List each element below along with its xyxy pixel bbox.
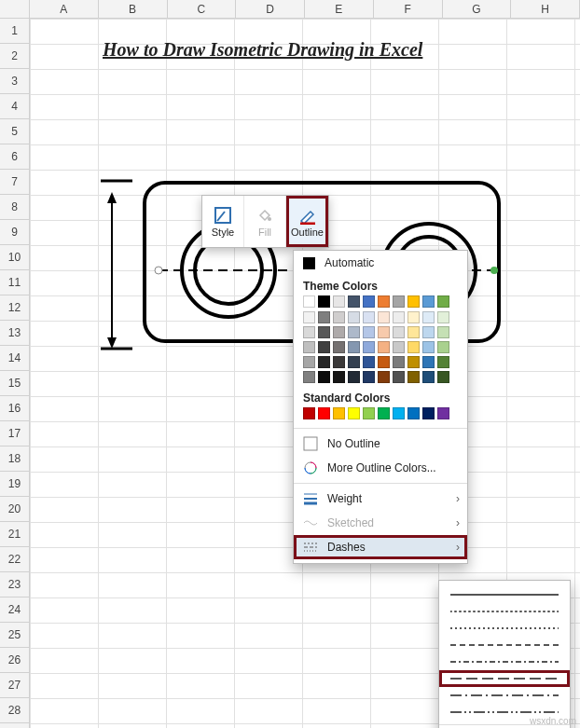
color-swatch[interactable]	[437, 341, 449, 353]
color-swatch[interactable]	[407, 341, 420, 353]
color-swatch[interactable]	[363, 326, 375, 338]
color-swatch[interactable]	[393, 371, 405, 383]
row-header[interactable]: 5	[0, 119, 29, 144]
row-header[interactable]: 24	[0, 598, 29, 623]
color-swatch[interactable]	[422, 407, 435, 419]
color-swatch[interactable]	[393, 295, 405, 308]
row-header[interactable]: 27	[0, 673, 29, 698]
col-header[interactable]: C	[168, 0, 237, 18]
color-swatch[interactable]	[318, 341, 330, 353]
row-header[interactable]: 28	[0, 698, 29, 723]
row-header[interactable]: 7	[0, 170, 29, 195]
color-swatch[interactable]	[318, 326, 330, 338]
sketched-item[interactable]: Sketched ›	[294, 511, 467, 535]
color-swatch[interactable]	[378, 407, 390, 419]
color-swatch[interactable]	[437, 407, 449, 419]
color-swatch[interactable]	[363, 341, 375, 353]
row-header[interactable]: 17	[0, 421, 29, 446]
row-header[interactable]: 2	[0, 44, 29, 69]
color-swatch[interactable]	[348, 295, 360, 308]
color-swatch[interactable]	[407, 326, 420, 338]
color-swatch[interactable]	[318, 311, 330, 323]
color-swatch[interactable]	[437, 295, 449, 308]
row-header[interactable]: 1	[0, 19, 29, 44]
color-swatch[interactable]	[303, 326, 315, 338]
color-swatch[interactable]	[437, 371, 449, 383]
dash-solid[interactable]	[439, 586, 570, 603]
dash-square-dot[interactable]	[439, 620, 570, 637]
more-outline-colors-item[interactable]: More Outline Colors...	[294, 456, 467, 480]
color-swatch[interactable]	[393, 356, 405, 368]
dash-long-dash-dot[interactable]	[439, 687, 570, 704]
color-swatch[interactable]	[407, 371, 420, 383]
row-header[interactable]: 20	[0, 497, 29, 522]
color-swatch[interactable]	[407, 311, 420, 323]
color-swatch[interactable]	[303, 407, 315, 419]
color-swatch[interactable]	[318, 407, 330, 419]
color-swatch[interactable]	[393, 407, 405, 419]
color-swatch[interactable]	[378, 371, 390, 383]
color-swatch[interactable]	[437, 356, 449, 368]
color-swatch[interactable]	[348, 311, 360, 323]
color-swatch[interactable]	[378, 341, 390, 353]
weight-item[interactable]: Weight ›	[294, 487, 467, 511]
color-swatch[interactable]	[333, 295, 345, 308]
color-swatch[interactable]	[318, 356, 330, 368]
no-outline-item[interactable]: No Outline	[294, 432, 467, 456]
color-swatch[interactable]	[333, 311, 345, 323]
col-header[interactable]: E	[305, 0, 374, 18]
color-swatch[interactable]	[303, 356, 315, 368]
color-swatch[interactable]	[348, 371, 360, 383]
color-swatch[interactable]	[303, 311, 315, 323]
row-header[interactable]: 22	[0, 547, 29, 572]
color-swatch[interactable]	[363, 311, 375, 323]
color-swatch[interactable]	[333, 407, 345, 419]
color-swatch[interactable]	[407, 407, 420, 419]
color-swatch[interactable]	[437, 326, 449, 338]
color-swatch[interactable]	[407, 356, 420, 368]
color-swatch[interactable]	[422, 326, 435, 338]
color-swatch[interactable]	[363, 295, 375, 308]
color-swatch[interactable]	[422, 371, 435, 383]
row-header[interactable]: 4	[0, 94, 29, 119]
color-swatch[interactable]	[363, 407, 375, 419]
dash-round-dot[interactable]	[439, 603, 570, 620]
color-swatch[interactable]	[303, 371, 315, 383]
color-swatch[interactable]	[378, 356, 390, 368]
color-swatch[interactable]	[348, 341, 360, 353]
automatic-color-item[interactable]: Automatic	[294, 251, 467, 275]
row-header[interactable]: 6	[0, 144, 29, 170]
row-header[interactable]: 23	[0, 572, 29, 598]
select-all-corner[interactable]	[0, 0, 30, 18]
row-header[interactable]: 9	[0, 220, 29, 245]
color-swatch[interactable]	[333, 356, 345, 368]
col-header[interactable]: F	[374, 0, 443, 18]
fill-button[interactable]: Fill	[244, 196, 286, 247]
dash-dash[interactable]	[439, 637, 570, 653]
col-header[interactable]: A	[30, 0, 99, 18]
row-header[interactable]: 16	[0, 396, 29, 421]
row-header[interactable]: 13	[0, 321, 29, 346]
color-swatch[interactable]	[303, 295, 315, 308]
row-header[interactable]: 3	[0, 69, 29, 94]
row-header[interactable]: 11	[0, 270, 29, 295]
color-swatch[interactable]	[378, 295, 390, 308]
color-swatch[interactable]	[318, 295, 330, 308]
row-header[interactable]: 10	[0, 245, 29, 270]
color-swatch[interactable]	[422, 311, 435, 323]
color-swatch[interactable]	[363, 371, 375, 383]
color-swatch[interactable]	[363, 356, 375, 368]
row-header[interactable]: 12	[0, 295, 29, 321]
color-swatch[interactable]	[393, 341, 405, 353]
row-header[interactable]: 18	[0, 446, 29, 472]
color-swatch[interactable]	[318, 371, 330, 383]
row-header[interactable]: 8	[0, 195, 29, 220]
col-header[interactable]: H	[511, 0, 580, 18]
dash-dash-dot[interactable]	[439, 653, 570, 670]
color-swatch[interactable]	[422, 341, 435, 353]
dashes-item[interactable]: Dashes ›	[294, 535, 467, 559]
row-header[interactable]: 15	[0, 371, 29, 396]
color-swatch[interactable]	[422, 356, 435, 368]
color-swatch[interactable]	[333, 371, 345, 383]
color-swatch[interactable]	[393, 326, 405, 338]
